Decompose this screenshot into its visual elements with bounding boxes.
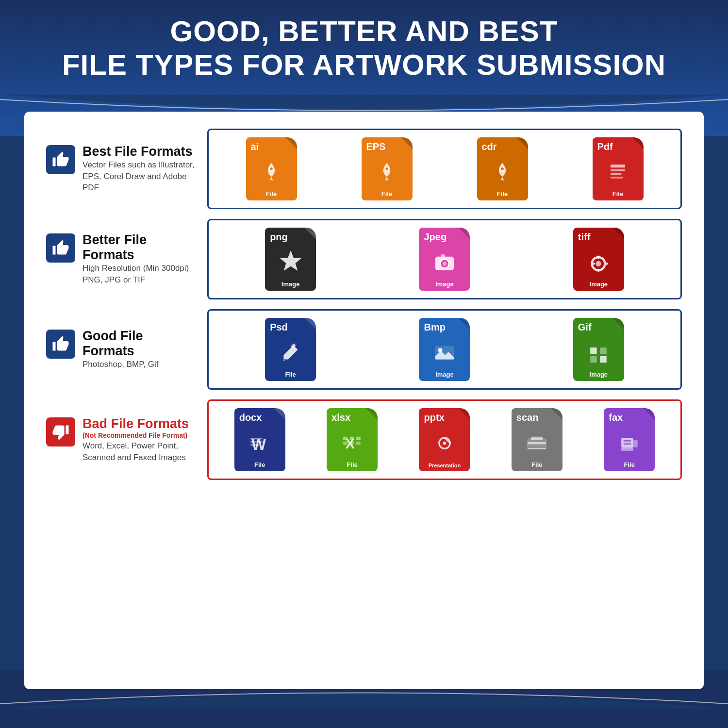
file-ai: ai File — [246, 137, 297, 200]
svg-marker-25 — [304, 318, 316, 330]
eps-pen-icon — [375, 160, 399, 184]
bad-subtitle: (Not Recommended File Format) — [83, 431, 197, 439]
thumbs-up-icon — [52, 151, 69, 168]
fax-icon — [616, 429, 643, 458]
best-desc: Vector Files such as Illustrator, EPS, C… — [83, 159, 197, 194]
svg-marker-11 — [304, 228, 316, 239]
best-title: Best File Formats — [83, 144, 197, 159]
gif-icon — [585, 339, 612, 368]
svg-point-3 — [385, 167, 389, 171]
bad-thumb-icon — [46, 417, 75, 447]
svg-marker-13 — [458, 228, 470, 239]
good-row: Good File Formats Photoshop, BMP, Gif Ps… — [46, 309, 682, 390]
png-icon — [276, 248, 305, 279]
good-thumb-icon — [46, 330, 75, 359]
svg-rect-44 — [356, 436, 360, 440]
gif-label: Image — [573, 371, 624, 378]
svg-point-29 — [438, 348, 443, 352]
best-text: Best File Formats Vector Files such as I… — [83, 144, 197, 194]
file-docx: docx W File — [234, 408, 285, 471]
corner-fold-pdf — [632, 137, 644, 149]
corner-fold-xlsx — [366, 408, 378, 420]
svg-rect-32 — [600, 347, 607, 353]
corner-fold-psd — [304, 318, 316, 330]
svg-rect-17 — [441, 254, 445, 258]
svg-rect-53 — [528, 442, 546, 444]
better-text: Better File Formats High Resolution (Min… — [83, 232, 197, 286]
good-files: Psd File Bmp — [207, 309, 682, 390]
cdr-pen-icon — [490, 160, 514, 184]
svg-rect-8 — [611, 169, 625, 171]
title-section: GOOD, BETTER AND BEST FILE TYPES FOR ART… — [0, 15, 728, 82]
corner-fold-fax — [643, 408, 655, 420]
pptx-icon — [431, 429, 458, 458]
corner-fold-eps — [401, 137, 413, 149]
svg-marker-40 — [366, 408, 378, 420]
bmp-icon — [431, 339, 458, 368]
svg-rect-33 — [591, 356, 597, 362]
cdr-label: File — [477, 190, 528, 198]
scan-icon — [523, 429, 550, 458]
brush-icon — [277, 339, 304, 366]
png-ext: png — [270, 232, 288, 243]
svg-rect-38 — [250, 441, 263, 442]
better-row: Better File Formats High Resolution (Min… — [46, 219, 682, 299]
svg-rect-9 — [611, 173, 622, 175]
corner-fold-docx — [274, 408, 285, 420]
svg-marker-30 — [612, 318, 624, 330]
svg-marker-12 — [280, 250, 302, 271]
svg-rect-59 — [623, 443, 631, 445]
top-curve-svg — [0, 95, 728, 124]
tiff-icon — [585, 248, 612, 278]
eps-ext: EPS — [366, 141, 386, 152]
file-jpeg: Jpeg Image — [419, 228, 470, 291]
svg-rect-10 — [611, 177, 623, 179]
bad-label: Bad File Formats (Not Recommended File F… — [46, 416, 197, 463]
svg-marker-6 — [632, 137, 644, 149]
svg-marker-48 — [458, 408, 470, 420]
grid-icon — [585, 339, 612, 366]
file-psd: Psd File — [265, 318, 316, 381]
xlsx-label: File — [327, 461, 378, 468]
cdr-icon — [490, 160, 514, 186]
svg-rect-21 — [597, 255, 599, 259]
corner-fold-pptx — [458, 408, 470, 420]
pdf-ext: Pdf — [597, 141, 613, 152]
ai-label: File — [246, 190, 297, 198]
file-gif: Gif Image — [573, 318, 624, 381]
psd-ext: Psd — [270, 322, 288, 333]
gif-ext: Gif — [578, 322, 592, 333]
file-pptx: pptx Presentation — [419, 408, 470, 471]
pdf-label: File — [593, 190, 644, 198]
best-row: Best File Formats Vector Files such as I… — [46, 129, 682, 209]
svg-point-20 — [596, 261, 601, 266]
svg-rect-54 — [531, 436, 543, 440]
good-desc: Photoshop, BMP, Gif — [83, 359, 197, 370]
better-thumb-icon — [46, 233, 75, 263]
docx-label: File — [234, 461, 285, 468]
jpeg-label: Image — [419, 281, 470, 288]
svg-rect-58 — [623, 440, 631, 441]
eps-icon — [375, 160, 399, 186]
svg-rect-57 — [621, 437, 633, 447]
bad-row: Bad File Formats (Not Recommended File F… — [46, 399, 682, 480]
svg-rect-39 — [250, 444, 259, 446]
svg-rect-24 — [605, 263, 609, 265]
svg-rect-37 — [250, 437, 263, 439]
corner-fold — [285, 137, 297, 149]
camera-icon — [431, 248, 458, 276]
top-curve-decoration — [0, 95, 728, 124]
word-icon: W — [246, 429, 273, 456]
scan-label: File — [512, 461, 563, 468]
bottom-curve-decoration — [0, 670, 728, 709]
svg-point-50 — [443, 441, 447, 445]
better-label: Better File Formats High Resolution (Min… — [46, 232, 197, 286]
jpeg-ext: Jpeg — [424, 232, 447, 243]
svg-rect-22 — [597, 268, 599, 272]
docx-ext: docx — [239, 412, 262, 423]
good-text: Good File Formats Photoshop, BMP, Gif — [83, 329, 197, 370]
bad-desc: Word, Excel, Power Point, Scanned and Fa… — [83, 440, 197, 463]
tiff-ext: tiff — [578, 232, 591, 243]
corner-fold-png — [304, 228, 316, 239]
svg-rect-42 — [343, 436, 347, 440]
